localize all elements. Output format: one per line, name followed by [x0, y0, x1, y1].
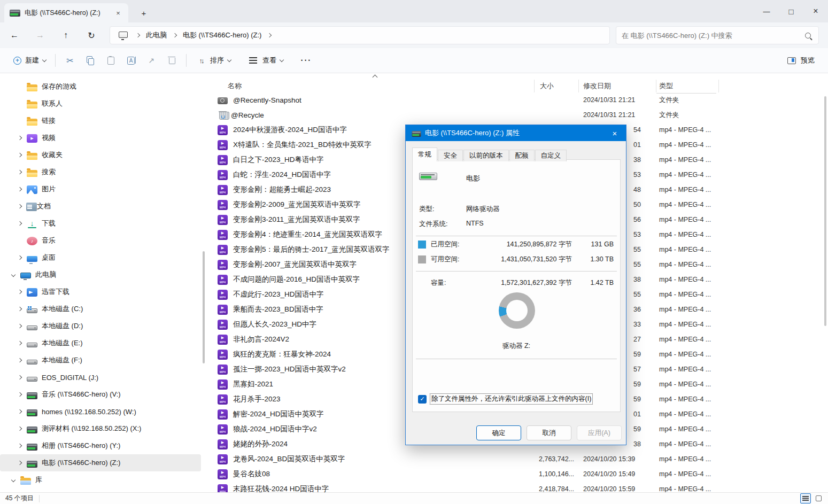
search-input[interactable] — [622, 32, 805, 40]
expand-chevron-icon[interactable] — [9, 475, 18, 485]
column-header-size[interactable]: 大小 — [535, 80, 579, 92]
expand-chevron-icon[interactable] — [15, 424, 25, 433]
expand-chevron-icon[interactable] — [15, 390, 25, 399]
sidebar-item[interactable]: homes (\\192.168.50.252) (W:) — [0, 403, 201, 420]
file-row[interactable]: 龙卷风-2024_BD国英双语中英双字 2,763,742... 2024/10… — [207, 452, 828, 467]
dialog-tab[interactable]: 配额 — [509, 150, 535, 161]
sidebar-item[interactable]: 链接 — [0, 112, 201, 129]
sidebar-item[interactable]: 联系人 — [0, 95, 201, 112]
explorer-tab[interactable]: 电影 (\\TS466C-hero) (Z:) — [4, 3, 128, 22]
sidebar-item[interactable]: 桌面 — [0, 249, 201, 266]
sidebar-item[interactable]: 库 — [0, 471, 201, 489]
drive-name-field[interactable]: 电影 — [466, 174, 480, 183]
cancel-button[interactable]: 取消 — [527, 425, 571, 440]
sidebar-item[interactable]: 下载 — [0, 215, 201, 232]
tab-close-icon[interactable] — [113, 8, 123, 18]
dialog-tab[interactable]: 常规 — [412, 148, 437, 161]
sidebar-item[interactable]: EOS_DIGITAL (J:) — [0, 369, 201, 386]
expand-chevron-icon[interactable] — [15, 167, 25, 177]
file-list-scrollbar[interactable] — [824, 96, 826, 326]
ok-button[interactable]: 确定 — [476, 425, 521, 440]
back-button[interactable] — [6, 27, 23, 44]
maximize-button[interactable] — [779, 0, 803, 22]
expand-chevron-icon[interactable] — [15, 116, 25, 126]
delete-button[interactable] — [161, 51, 182, 69]
sidebar-item[interactable]: 本地磁盘 (C:) — [0, 300, 201, 317]
file-name-cell[interactable]: 龙卷风-2024_BD国英双语中英双字 — [207, 454, 535, 464]
rename-button[interactable] — [121, 51, 141, 69]
share-button[interactable] — [141, 51, 161, 69]
file-name-cell[interactable]: 末路狂花钱-2024 HD国语中字 — [207, 484, 535, 493]
expand-chevron-icon[interactable] — [15, 338, 25, 348]
expand-chevron-icon[interactable] — [15, 304, 25, 314]
expand-chevron-icon[interactable] — [15, 458, 25, 468]
dialog-title-bar[interactable]: 电影 (\\TS466C-hero) (Z:) 属性 — [406, 125, 626, 141]
sidebar-item[interactable]: 视频 — [0, 489, 201, 492]
sidebar-scrollbar[interactable] — [203, 251, 205, 363]
file-row[interactable]: 曼谷名妓08 1,100,146... 2024/10/20 15:49 mp4… — [207, 467, 828, 482]
file-name-cell[interactable]: 曼谷名妓08 — [207, 469, 535, 479]
column-header-date[interactable]: 修改日期 — [579, 80, 656, 92]
sidebar-item[interactable]: 相册 (\\TS466C-hero) (Y:) — [0, 437, 201, 454]
expand-chevron-icon[interactable] — [15, 373, 25, 382]
minimize-button[interactable] — [754, 0, 779, 22]
expand-chevron-icon[interactable] — [15, 441, 25, 451]
sidebar-item[interactable]: 本地磁盘 (F:) — [0, 352, 201, 369]
sidebar-item[interactable]: 电影 (\\TS466C-hero) (Z:) — [0, 454, 201, 471]
icons-view-toggle[interactable] — [813, 493, 824, 503]
copy-button[interactable] — [80, 51, 100, 69]
column-header-name[interactable]: 名称 — [207, 80, 535, 92]
preview-button[interactable]: 预览 — [781, 51, 819, 69]
sidebar-item[interactable]: 搜索 — [0, 164, 201, 181]
more-button[interactable] — [296, 51, 316, 69]
sidebar-item[interactable]: 保存的游戏 — [0, 78, 201, 95]
sidebar-item[interactable]: 本地磁盘 (D:) — [0, 317, 201, 335]
expand-chevron-icon[interactable] — [15, 253, 25, 262]
file-row[interactable]: @Recently-Snapshot 2024/10/31 21:21 文件夹 — [207, 92, 828, 107]
expand-chevron-icon[interactable] — [15, 236, 25, 245]
breadcrumb-current-drive[interactable]: 电影 (\\TS466C-hero) (Z:) — [183, 30, 261, 40]
expand-chevron-icon[interactable] — [15, 99, 25, 108]
file-row[interactable]: @Recycle 2024/10/31 21:21 文件夹 — [207, 107, 828, 122]
expand-chevron-icon[interactable] — [15, 133, 25, 143]
search-box[interactable] — [616, 26, 819, 44]
expand-chevron-icon[interactable] — [15, 407, 25, 416]
refresh-button[interactable] — [83, 27, 100, 44]
expand-chevron-icon[interactable] — [15, 287, 25, 297]
sidebar-item[interactable]: 音乐 (\\TS466C-hero) (V:) — [0, 386, 201, 403]
expand-chevron-icon[interactable] — [9, 270, 18, 280]
index-contents-checkbox-label[interactable]: 除了文件属性外，还允许索引此驱动器上文件的内容(I) — [430, 394, 592, 404]
sidebar-item[interactable]: 文档 — [0, 198, 201, 215]
expand-chevron-icon[interactable] — [15, 219, 25, 228]
expand-chevron-icon[interactable] — [15, 201, 25, 211]
expand-chevron-icon[interactable] — [15, 184, 25, 194]
sidebar-item[interactable]: 视频 — [0, 129, 201, 146]
sidebar-item[interactable]: 收藏夹 — [0, 146, 201, 164]
file-name-cell[interactable]: @Recycle — [207, 111, 535, 120]
sidebar-item[interactable]: 此电脑 — [0, 266, 201, 283]
details-view-toggle[interactable] — [800, 493, 811, 503]
up-button[interactable] — [57, 27, 74, 44]
close-button[interactable] — [803, 0, 828, 22]
breadcrumb-this-pc[interactable]: 此电脑 — [146, 30, 167, 40]
breadcrumb[interactable]: 此电脑 电影 (\\TS466C-hero) (Z:) — [110, 26, 610, 44]
dialog-tab[interactable]: 安全 — [438, 150, 463, 161]
expand-chevron-icon[interactable] — [15, 82, 25, 91]
forward-button[interactable] — [32, 27, 49, 44]
expand-chevron-icon[interactable] — [15, 150, 25, 160]
dialog-tab[interactable]: 自定义 — [535, 150, 567, 161]
expand-chevron-icon[interactable] — [15, 355, 25, 365]
file-row[interactable]: 末路狂花钱-2024 HD国语中字 2,418,784... 2024/10/2… — [207, 482, 828, 492]
sidebar-item[interactable]: 图片 — [0, 181, 201, 198]
apply-button[interactable]: 应用(A) — [577, 425, 622, 440]
paste-button[interactable] — [100, 51, 121, 69]
checkbox-checked-icon[interactable] — [418, 395, 427, 404]
dialog-tab[interactable]: 以前的版本 — [463, 150, 509, 161]
new-button[interactable]: 新建 — [9, 51, 51, 69]
sidebar-item[interactable]: 本地磁盘 (E:) — [0, 335, 201, 352]
sidebar-item[interactable]: 迅雷下载 — [0, 283, 201, 300]
dialog-close-icon[interactable] — [608, 126, 622, 140]
cut-button[interactable] — [60, 51, 80, 69]
column-header-type[interactable]: 类型 — [656, 80, 719, 92]
sidebar-item[interactable]: 音乐 — [0, 232, 201, 249]
